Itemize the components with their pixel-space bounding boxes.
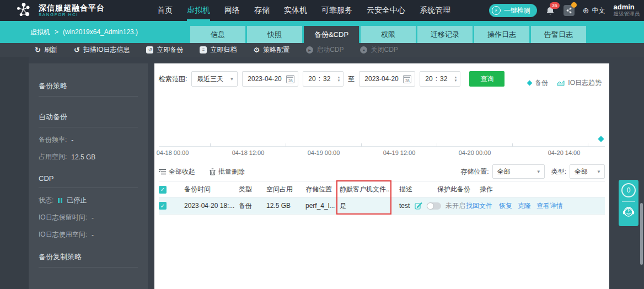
action-restore-file[interactable]: 找回文件	[466, 197, 492, 214]
language-label: 中文	[592, 6, 605, 15]
end-date-input[interactable]: 2023-04-20 28	[359, 71, 415, 87]
col-backup-time: 备份时间	[184, 182, 211, 197]
tab-operation-log[interactable]: 操作日志	[474, 26, 529, 43]
message-center[interactable]	[564, 5, 575, 16]
top-header: 深信服超融合平台 SANGFOR HCI 首页 虚拟机 网络 存储 实体机 可靠…	[0, 0, 644, 21]
nav-home[interactable]: 首页	[157, 0, 173, 21]
type-filter-label: 类型:	[551, 167, 566, 176]
tab-permission[interactable]: 权限	[361, 26, 416, 43]
time-spinner[interactable]: ▲ ▼	[454, 76, 457, 82]
storage-filter-select[interactable]: 全部 ▼	[492, 164, 545, 179]
sangfor-logo-icon	[14, 1, 33, 20]
to-label: 至	[348, 74, 355, 84]
cell-storage: perf_4_l...	[305, 197, 335, 214]
backup-now-button[interactable]: ↺ 立即备份	[146, 45, 183, 55]
legend-io-trend: IO日志趋势	[557, 78, 602, 88]
axis-tick	[437, 143, 437, 147]
cell-type: 备份	[239, 197, 252, 214]
start-date-input[interactable]: 2023-04-20 28	[242, 71, 298, 87]
action-view-details[interactable]: 查看详情	[536, 197, 563, 214]
batch-delete-button[interactable]: 批量删除	[210, 167, 245, 176]
search-button[interactable]: 查询	[469, 71, 505, 87]
nav-physical-machine[interactable]: 实体机	[284, 0, 307, 21]
x-axis-label: 04-20 00:00	[459, 149, 491, 156]
scan-io-log-button[interactable]: ↺ 扫描IO日志信息	[74, 45, 130, 55]
support-headset-icon[interactable]	[622, 206, 635, 218]
action-toolbar: ↻ 刷新 ↺ 扫描IO日志信息 ↺ 立即备份 ≡ 立即归档 ⚙ 策略配置 ▶ 启…	[0, 43, 644, 57]
tab-info[interactable]: 信息	[190, 26, 245, 43]
edit-description-button[interactable]	[415, 197, 422, 214]
nav-network[interactable]: 网络	[224, 0, 240, 21]
start-time-input[interactable]: 20 : 32 ▲ ▼	[303, 71, 344, 87]
nav-reliable-service[interactable]: 可靠服务	[321, 0, 352, 21]
table-header-row: ✓ 备份时间 类型 空间占用 存储位置 静默客户机文件... 描述 保护此备份 …	[159, 181, 605, 197]
stop-cdp-button[interactable]: ■ 关闭CDP	[360, 45, 398, 55]
notice-dot	[571, 2, 577, 8]
end-time-input[interactable]: 20 : 32 ▲ ▼	[420, 71, 460, 87]
protect-status: 未开启	[446, 197, 465, 214]
pause-icon	[58, 198, 62, 203]
space-used: 占用空间: 12.5 GB	[39, 152, 138, 162]
user-menu[interactable]: admin 超级管理员	[614, 4, 640, 17]
platform-subtitle: SANGFOR HCI	[39, 12, 105, 18]
tab-snapshot[interactable]: 快照	[247, 26, 302, 43]
notification-bell[interactable]: 36	[545, 6, 555, 15]
breadcrumb-vm-name: (win2019x64_Admin123.)	[63, 28, 138, 36]
header-right: ⚡ 一键检测 36	[489, 0, 640, 21]
task-count-button[interactable]: 0	[621, 183, 636, 197]
x-axis-label: 04-19 00:00	[308, 149, 340, 156]
nav-storage[interactable]: 存储	[254, 0, 270, 21]
start-cdp-button[interactable]: ▶ 启动CDP	[306, 45, 344, 55]
cdp-status: 状态: 已停止	[39, 196, 138, 205]
type-filter-select[interactable]: 全部 ▼	[570, 164, 605, 179]
calendar-icon[interactable]: 28	[286, 75, 294, 83]
backup-replication-title: 备份复制策略	[39, 252, 138, 267]
spinner-down-icon[interactable]: ▼	[454, 79, 457, 82]
col-actions: 操作	[480, 182, 493, 197]
pencil-icon	[415, 202, 422, 210]
spinner-down-icon[interactable]: ▼	[337, 79, 340, 82]
time-spinner[interactable]: ▲ ▼	[337, 76, 340, 82]
one-key-detect-button[interactable]: ⚡ 一键检测	[489, 4, 537, 17]
chart-legend: 备份 IO日志趋势	[528, 78, 602, 88]
col-storage: 存储位置	[305, 182, 332, 197]
tab-migration-record[interactable]: 迁移记录	[417, 26, 473, 43]
nav-cloud-security[interactable]: 云安全中心	[367, 0, 405, 21]
cell-space: 12.5 GB	[266, 197, 291, 214]
backup-icon: ↺	[146, 46, 153, 53]
axis-tick	[588, 143, 588, 147]
action-clone[interactable]: 克隆	[518, 197, 531, 214]
refresh-button[interactable]: ↻ 刷新	[35, 45, 57, 55]
range-select[interactable]: 最近三天 ▼	[191, 71, 238, 87]
backup-data-point[interactable]	[598, 136, 604, 142]
collapse-all-button[interactable]: 全部收起	[159, 167, 195, 176]
policy-config-button[interactable]: ⚙ 策略配置	[253, 45, 289, 55]
username: admin	[614, 4, 640, 10]
select-all-checkbox[interactable]: ✓	[159, 182, 167, 197]
x-axis-label: 04-18 00:00	[157, 149, 189, 156]
auto-backup-title: 自动备份	[39, 112, 138, 127]
backup-sidebar: 备份策略 自动备份 备份频率: - 占用空间: 12.5 GB CDP 状态: …	[29, 63, 148, 289]
col-space: 空间占用	[266, 182, 293, 197]
action-recover[interactable]: 恢复	[499, 197, 512, 214]
protect-toggle[interactable]	[427, 197, 441, 214]
row-checkbox[interactable]: ✓	[159, 197, 167, 214]
vertical-scrollbar[interactable]	[640, 203, 643, 265]
cell-description: test	[399, 197, 410, 214]
breadcrumb-section[interactable]: 虚拟机	[30, 28, 50, 37]
col-description: 描述	[399, 182, 412, 197]
refresh-icon: ↻	[35, 46, 41, 54]
x-axis-label: 04-20 14:00	[548, 149, 581, 156]
tab-backup-cdp[interactable]: 备份&CDP	[304, 26, 359, 43]
chart-x-axis	[159, 146, 605, 147]
area-chart-icon	[557, 80, 565, 86]
breadcrumb: 虚拟机 > (win2019x64_Admin123.)	[30, 21, 138, 43]
tab-alarm-log[interactable]: 告警日志	[531, 26, 586, 43]
language-switcher[interactable]: ⊕ 中文	[583, 6, 605, 15]
archive-now-button[interactable]: ≡ 立即归档	[200, 45, 237, 55]
nav-virtual-machine[interactable]: 虚拟机	[187, 0, 210, 21]
cell-quiesce: 是	[340, 197, 346, 214]
calendar-icon[interactable]: 28	[403, 75, 411, 83]
table-row[interactable]: ✓ 2023-04-20 18:... 备份 12.5 GB perf_4_l.…	[159, 197, 605, 215]
nav-system-management[interactable]: 系统管理	[420, 0, 450, 21]
